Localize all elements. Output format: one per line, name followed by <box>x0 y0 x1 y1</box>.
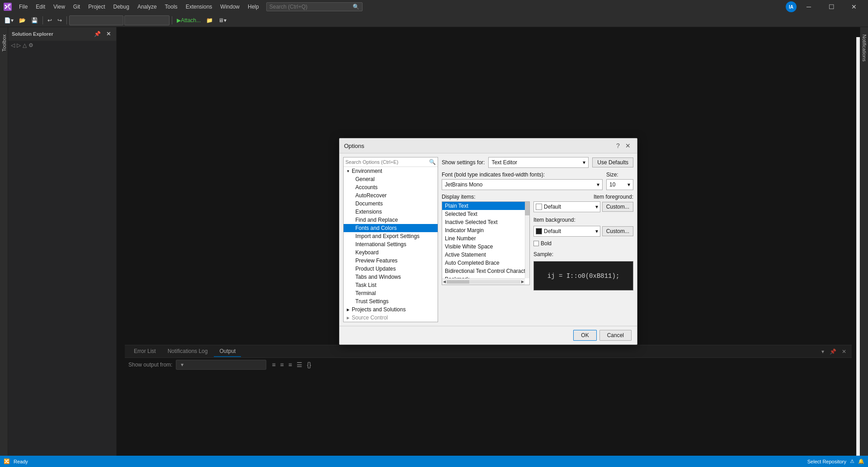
platform-dropdown[interactable] <box>124 15 170 25</box>
display-item-inactive-selected[interactable]: Inactive Selected Text <box>442 218 529 226</box>
tree-item-find-replace[interactable]: Find and Replace <box>344 216 438 224</box>
bold-checkbox[interactable] <box>533 241 539 246</box>
menu-edit[interactable]: Edit <box>32 2 49 12</box>
maximize-button[interactable]: ☐ <box>821 0 842 14</box>
solution-explorer-btns: 📌 ✕ <box>92 30 113 38</box>
display-list-hscroll[interactable]: ◀ ▶ <box>442 278 525 285</box>
menu-window[interactable]: Window <box>217 2 243 12</box>
open-btn[interactable]: 📂 <box>17 16 28 25</box>
fg-custom-button[interactable]: Custom... <box>602 202 633 212</box>
tree-item-international-label: International Settings <box>355 241 406 248</box>
start-btn[interactable]: ▶ Attach... <box>175 16 203 25</box>
undo-btn[interactable]: ↩ <box>45 16 54 25</box>
tree-item-product-updates[interactable]: Product Updates <box>344 265 438 273</box>
dialog-titlebar-btns: ? ✕ <box>613 141 632 150</box>
tree-item-import-export[interactable]: Import and Export Settings <box>344 232 438 240</box>
sample-code: ij = I::o0(0xB811); <box>547 272 620 280</box>
hscroll-left-btn[interactable]: ◀ <box>442 280 447 284</box>
ready-status: Ready <box>14 459 28 464</box>
window-close-button[interactable]: ✕ <box>844 0 864 14</box>
menu-extensions[interactable]: Extensions <box>182 2 216 12</box>
menu-git[interactable]: Git <box>70 2 84 12</box>
bg-color-dropdown[interactable]: Default ▾ <box>533 226 600 237</box>
display-item-auto-completed-brace[interactable]: Auto Completed Brace <box>442 259 529 267</box>
menu-project[interactable]: Project <box>85 2 108 12</box>
save-btn[interactable]: 💾 <box>29 16 40 25</box>
font-dropdown[interactable]: JetBrains Mono ▾ <box>442 179 603 190</box>
settings-btn[interactable]: ⚙ <box>28 42 33 48</box>
title-bar-search-input[interactable] <box>269 4 351 10</box>
font-value: JetBrains Mono <box>445 181 482 188</box>
tree-item-accounts[interactable]: Accounts <box>344 183 438 191</box>
display-item-line-number[interactable]: Line Number <box>442 234 529 243</box>
display-item-indicator-margin[interactable]: Indicator Margin <box>442 226 529 234</box>
tree-item-projects[interactable]: ▶ Projects and Solutions <box>344 305 438 314</box>
menu-tools[interactable]: Tools <box>161 2 181 12</box>
menu-analyze[interactable]: Analyze <box>134 2 160 12</box>
title-bar-search-box[interactable]: 🔍 <box>266 2 363 11</box>
nav-up-btn[interactable]: △ <box>23 42 27 48</box>
tree-item-trust[interactable]: Trust Settings <box>344 297 438 305</box>
dialog-body: 🔍 ▼ Environment General <box>340 153 637 326</box>
nav-forward-btn[interactable]: ▷ <box>17 42 21 48</box>
tree-item-source-control[interactable]: ▶ Source Control <box>344 314 438 322</box>
ok-button[interactable]: OK <box>573 330 596 341</box>
select-repo-btn[interactable]: Select Repository <box>807 459 846 464</box>
tree-item-extensions[interactable]: Extensions <box>344 208 438 216</box>
tree-search-box[interactable]: 🔍 <box>344 157 438 167</box>
display-item-visible-whitespace[interactable]: Visible White Space <box>442 243 529 251</box>
notifications-label[interactable]: Notifications <box>861 31 868 65</box>
expand-icon-import-export <box>349 234 354 239</box>
display-list-vscroll[interactable] <box>525 202 529 278</box>
tree-item-general[interactable]: General <box>344 175 438 183</box>
dialog-help-btn[interactable]: ? <box>613 141 623 150</box>
dialog-close-btn[interactable]: ✕ <box>623 141 632 150</box>
font-label: Font (bold type indicates fixed-width fo… <box>442 172 603 178</box>
tree-search-input[interactable] <box>345 159 427 165</box>
browse-btn[interactable]: 📁 <box>204 16 215 25</box>
tree-item-international[interactable]: International Settings <box>344 240 438 248</box>
tree-item-keyboard[interactable]: Keyboard <box>344 248 438 257</box>
tree-item-tabs-windows-label: Tabs and Windows <box>355 274 401 280</box>
size-dropdown[interactable]: 10 ▾ <box>606 179 633 190</box>
redo-btn[interactable]: ↪ <box>55 16 64 25</box>
use-defaults-button[interactable]: Use Defaults <box>592 157 633 167</box>
show-settings-dropdown[interactable]: Text Editor ▾ <box>488 157 589 168</box>
tree-item-autorecover[interactable]: AutoRecover <box>344 191 438 200</box>
tree-item-terminal[interactable]: Terminal <box>344 289 438 297</box>
cancel-button[interactable]: Cancel <box>599 330 632 341</box>
bg-custom-button[interactable]: Custom... <box>602 226 633 236</box>
display-item-bidirectional[interactable]: Bidirectional Text Control Charact <box>442 267 529 275</box>
menu-view[interactable]: View <box>50 2 69 12</box>
close-sidebar-btn[interactable]: ✕ <box>104 30 113 38</box>
config-dropdown[interactable] <box>69 15 123 25</box>
tree-item-environment[interactable]: ▼ Environment <box>344 167 438 175</box>
nav-back-btn[interactable]: ◁ <box>11 42 15 48</box>
hscroll-right-btn[interactable]: ▶ <box>520 280 525 284</box>
menu-debug[interactable]: Debug <box>110 2 133 12</box>
tree-item-fonts-colors[interactable]: Fonts and Colors <box>344 224 438 232</box>
pin-btn[interactable]: 📌 <box>92 30 103 38</box>
display-item-selected-text[interactable]: Selected Text <box>442 210 529 218</box>
menu-file[interactable]: File <box>15 2 31 12</box>
minimize-button[interactable]: ─ <box>798 0 819 14</box>
fg-color-swatch <box>536 204 542 210</box>
display-list-content[interactable]: Plain Text Selected Text Inactive Select… <box>442 202 529 285</box>
display-items-list: Plain Text Selected Text Inactive Select… <box>442 201 530 285</box>
tree-item-fonts-colors-label: Fonts and Colors <box>355 225 396 231</box>
new-project-btn[interactable]: 📄▾ <box>2 16 16 25</box>
display-items-section: Display items: Item foreground: Plain Te… <box>442 194 633 291</box>
hscroll-thumb <box>447 280 469 284</box>
display-item-active-statement[interactable]: Active Statement <box>442 251 529 259</box>
tree-item-task-list[interactable]: Task List <box>344 281 438 289</box>
fg-color-dropdown[interactable]: Default ▾ <box>533 201 600 212</box>
tree-item-tabs-windows[interactable]: Tabs and Windows <box>344 273 438 281</box>
tree-item-import-export-label: Import and Export Settings <box>355 233 420 239</box>
display-item-plain-text[interactable]: Plain Text <box>442 202 529 210</box>
item-fg-label: Item foreground: <box>594 194 633 200</box>
menu-help[interactable]: Help <box>244 2 263 12</box>
toolbox-label[interactable]: Toolbox <box>0 31 8 55</box>
tree-item-documents[interactable]: Documents <box>344 200 438 208</box>
device-btn[interactable]: 🖥▾ <box>216 16 229 25</box>
tree-item-preview[interactable]: Preview Features <box>344 257 438 265</box>
